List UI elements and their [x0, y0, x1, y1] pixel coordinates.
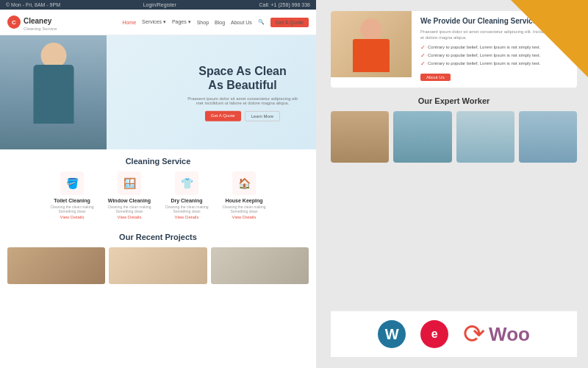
check-text-2: Contrary to popular belief, Lorem Ipsum …	[428, 53, 540, 57]
service-window-desc: Cleaning the clean making Something clea…	[104, 205, 155, 213]
hero-cta-btn[interactable]: Get A Quote	[205, 111, 241, 121]
service-toilet-icon: 🪣	[60, 171, 84, 195]
hero-learn-btn[interactable]: Learn More	[245, 111, 281, 121]
logo-subtitle: Cleaning Service	[24, 26, 57, 31]
service-window: 🪟 Window Cleaning Cleaning the clean mak…	[104, 171, 155, 219]
hero-buttons: Get A Quote Learn More	[184, 111, 301, 121]
service-window-link[interactable]: View Details	[104, 215, 155, 219]
check-item-2: ✓ Contrary to popular belief, Lorem Ipsu…	[420, 52, 571, 59]
worker-bg-4	[519, 111, 577, 163]
service-toilet-link[interactable]: View Details	[46, 215, 98, 219]
woo-text: Woo	[489, 323, 530, 346]
project-item-1	[7, 247, 105, 284]
nav-blog[interactable]: Blog	[215, 20, 225, 25]
woo-logo: ⟳ Woo	[463, 319, 530, 350]
hero-title-line1: Space As Clean	[198, 64, 286, 77]
service-house-desc: Cleaning the clean making Something clea…	[218, 205, 270, 213]
service-house-link[interactable]: View Details	[218, 215, 270, 219]
services-title: Cleaning Service	[7, 157, 309, 166]
service-dry-desc: Cleaning the clean making Something clea…	[161, 205, 212, 213]
service-dry-link[interactable]: View Details	[161, 215, 212, 219]
service-toilet-desc: Cleaning the clean making Something clea…	[46, 205, 98, 213]
projects-title: Our Recent Projects	[7, 233, 309, 241]
service-housekeeping: 🏠 House Keeping Cleaning the clean makin…	[218, 171, 270, 219]
hero-subtitle: Praesent ipsum dolor sit amet consectetu…	[184, 96, 301, 105]
worker-item-3	[456, 111, 514, 163]
refresh-icon: ⟳	[463, 319, 485, 350]
elementor-logo: e	[420, 320, 448, 348]
logo-brand: Cleaney	[24, 17, 51, 25]
check-item-1: ✓ Contrary to popular belief, Lorem Ipsu…	[420, 44, 571, 51]
project-item-2	[109, 247, 207, 284]
right-panel: RESPONSIVE We Provide Our Cleaning Servi…	[316, 0, 588, 368]
check-icon-2: ✓	[420, 52, 426, 59]
hero-title-line2: As Beautiful	[208, 79, 276, 91]
nav-home[interactable]: Home	[122, 20, 136, 25]
nav-pages[interactable]: Pages ▾	[172, 19, 191, 25]
left-panel: © Mon - Fri, 8AM - 9PM Login/Register Ca…	[0, 0, 316, 368]
about-us-btn[interactable]: About Us	[420, 74, 451, 81]
workers-grid	[331, 111, 577, 163]
service-toilet-name: Toilet Cleaning	[46, 198, 98, 203]
hero-content: Space As Clean As Beautiful Praesent ips…	[184, 63, 301, 121]
check-icon-1: ✓	[420, 44, 426, 51]
workers-title: Our Expert Worker	[331, 96, 577, 105]
service-dry-name: Dry Cleaning	[161, 198, 212, 203]
service-card-image	[331, 11, 412, 77]
nav-bar: C Cleaney Cleaning Service Home Services…	[0, 10, 316, 35]
topbar-login[interactable]: Login/Register	[143, 2, 176, 7]
wp-icon: W	[385, 326, 399, 343]
wordpress-logo: W	[378, 320, 406, 348]
services-grid: 🪣 Toilet Cleaning Cleaning the clean mak…	[7, 171, 309, 219]
worker-item-2	[393, 111, 451, 163]
service-window-name: Window Cleaning	[104, 198, 155, 203]
logos-bar: W e ⟳ Woo	[331, 311, 577, 357]
check-item-3: ✓ Contrary to popular belief, Lorem Ipsu…	[420, 60, 571, 67]
check-text-3: Contrary to popular belief, Lorem Ipsum …	[428, 61, 540, 66]
main-wrapper: © Mon - Fri, 8AM - 9PM Login/Register Ca…	[0, 0, 588, 368]
check-icon-3: ✓	[420, 60, 426, 67]
services-section: Cleaning Service 🪣 Toilet Cleaning Clean…	[0, 149, 316, 227]
nav-about[interactable]: About Us	[231, 20, 252, 25]
right-content: We Provide Our Cleaning Service Praesent…	[316, 0, 588, 368]
nav-services[interactable]: Services ▾	[142, 19, 166, 25]
worker-item-4	[519, 111, 577, 163]
top-bar: © Mon - Fri, 8AM - 9PM Login/Register Ca…	[0, 0, 316, 10]
check-text-1: Contrary to popular belief, Lorem Ipsum …	[428, 45, 540, 49]
service-house-name: House Keeping	[218, 198, 270, 203]
logo-text: Cleaney Cleaning Service	[24, 13, 57, 31]
hero-title: Space As Clean As Beautiful	[184, 63, 301, 91]
topbar-left: © Mon - Fri, 8AM - 9PM	[6, 2, 60, 7]
service-window-icon: 🪟	[118, 171, 141, 195]
logo: C Cleaney Cleaning Service	[7, 13, 57, 31]
service-card-img-bg	[331, 11, 412, 77]
projects-grid	[7, 247, 309, 284]
service-dry: 👕 Dry Cleaning Cleaning the clean making…	[161, 171, 212, 219]
nav-shop[interactable]: Shop	[197, 20, 209, 25]
worker-bg-2	[393, 111, 451, 163]
elementor-icon: e	[431, 328, 438, 341]
projects-section: Our Recent Projects	[0, 227, 316, 290]
service-dry-icon: 👕	[175, 171, 198, 195]
hero-image	[0, 35, 107, 149]
worker-item-1	[331, 111, 389, 163]
project-item-3	[211, 247, 309, 284]
topbar-right: Call: +1 (258) 998 338	[259, 2, 310, 7]
logo-icon: C	[7, 15, 21, 29]
nav-links: Home Services ▾ Pages ▾ Shop Blog About …	[122, 18, 309, 27]
service-house-icon: 🏠	[232, 171, 256, 195]
worker-bg-1	[331, 111, 389, 163]
nav-search-icon[interactable]: 🔍	[258, 19, 265, 25]
hero-section: Space As Clean As Beautiful Praesent ips…	[0, 35, 316, 149]
hero-person-figure	[0, 35, 107, 149]
service-toilet: 🪣 Toilet Cleaning Cleaning the clean mak…	[46, 171, 98, 219]
nav-cta-btn[interactable]: Get A Quote	[270, 18, 309, 27]
workers-section: Our Expert Worker	[331, 96, 577, 302]
worker-bg-3	[456, 111, 514, 163]
